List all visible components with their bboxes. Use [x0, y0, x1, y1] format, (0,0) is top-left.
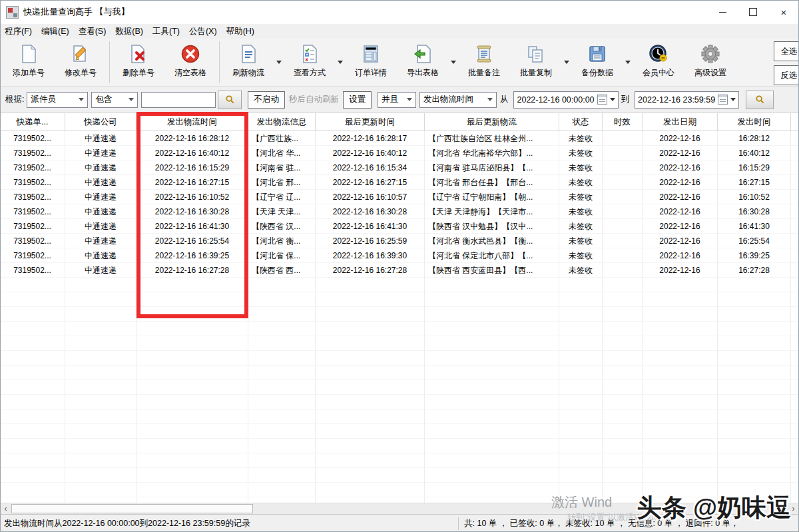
cell-partial — [791, 204, 799, 219]
menu-item-5[interactable]: 公告(X) — [184, 24, 222, 39]
column-header-update_info[interactable]: 最后更新物流 — [425, 113, 559, 131]
cell-tracking — [0, 395, 65, 409]
filter-keyword-input[interactable] — [141, 92, 216, 108]
to-date-input[interactable]: 2022-12-16 23:59:59 — [635, 91, 739, 109]
cell-company — [65, 307, 136, 322]
filter-match-select[interactable]: 包含 — [91, 92, 138, 108]
toolbar-button-add-order[interactable]: 添加单号 — [3, 39, 55, 86]
cell-company: 中通速递 — [65, 160, 136, 175]
table-empty-row — [0, 424, 799, 439]
toolbar-button-order-details[interactable]: 订单详情 — [345, 39, 397, 86]
toolbar-button-refresh-logistics[interactable]: 刷新物流 — [222, 39, 274, 86]
filter-field-select[interactable]: 派件员 — [27, 92, 88, 108]
minimize-button[interactable] — [707, 0, 738, 24]
cell-update_info — [425, 278, 559, 292]
chevron-down-icon[interactable] — [730, 98, 736, 101]
cell-update_time — [316, 424, 425, 439]
menu-item-4[interactable]: 工具(T) — [148, 24, 184, 39]
toolbar-button-view-mode[interactable]: 查看方式 — [284, 39, 336, 86]
toolbar-button-clear-table[interactable]: 清空表格 — [164, 39, 216, 86]
toolbar-button-delete-order[interactable]: 删除单号 — [113, 39, 164, 86]
toolbar-button-advanced-settings[interactable]: 高级设置 — [684, 39, 736, 86]
toolbar-dropdown-view-mode[interactable] — [336, 39, 345, 86]
toolbar-button-edit-order[interactable]: 修改单号 — [55, 39, 107, 86]
horizontal-scrollbar[interactable]: ‹ › — [0, 503, 799, 514]
column-header-update_time[interactable]: 最后更新时间 — [316, 113, 425, 131]
cell-send_time — [136, 366, 248, 380]
column-header-status[interactable]: 状态 — [559, 113, 603, 131]
scroll-right-arrow-icon[interactable]: › — [788, 503, 799, 514]
menu-item-6[interactable]: 帮助(H) — [222, 24, 259, 39]
cell-partial — [791, 483, 799, 497]
menu-item-3[interactable]: 数据(B) — [111, 24, 148, 39]
refresh-settings-button[interactable]: 设置 — [343, 91, 372, 109]
toolbar-button-batch-copy[interactable]: 批量复制 — [510, 39, 562, 86]
column-header-send_date[interactable]: 发出日期 — [643, 113, 718, 131]
menu-item-2[interactable]: 查看(S) — [74, 24, 111, 39]
table-row[interactable]: 7319502...中通速递2022-12-16 16:10:52【辽宁省 辽.… — [0, 190, 799, 204]
toolbar-button-batch-note[interactable]: 批量备注 — [458, 39, 510, 86]
from-date-input[interactable]: 2022-12-16 00:00:00 — [513, 91, 618, 109]
table-row[interactable]: 7319502...中通速递2022-12-16 16:39:25【河北省 保.… — [0, 248, 799, 263]
table-row[interactable]: 7319502...中通速递2022-12-16 16:25:54【河北省 衡.… — [0, 234, 799, 248]
cell-tracking — [0, 409, 65, 424]
cell-send_clock: 16:27:15 — [718, 175, 791, 190]
toolbar-dropdown-export-table[interactable] — [449, 39, 458, 86]
table-row[interactable]: 7319502...中通速递2022-12-16 16:40:12【河北省 华.… — [0, 146, 799, 160]
cell-status: 未签收 — [559, 131, 603, 146]
column-header-aging[interactable]: 时效 — [603, 113, 643, 131]
toolbar-dropdown-backup-data[interactable] — [623, 39, 633, 86]
menu-item-1[interactable]: 编辑(E) — [37, 24, 74, 39]
toolbar-dropdown-refresh-logistics[interactable] — [274, 39, 284, 86]
cell-update_info — [425, 292, 559, 307]
maximize-button[interactable] — [738, 0, 768, 24]
chevron-down-icon[interactable] — [610, 98, 615, 101]
cell-partial — [791, 439, 799, 453]
cell-send_date — [643, 292, 718, 307]
table-row[interactable]: 7319502...中通速递2022-12-16 16:27:15【河北省 邢.… — [0, 175, 799, 190]
cell-company — [65, 409, 136, 424]
select-all-button[interactable]: 全选 — [774, 41, 799, 61]
status-separator — [458, 517, 459, 530]
cell-update_info: 【天津 天津静海】【天津市... — [425, 204, 559, 219]
filter-logic-select[interactable]: 并且 — [378, 92, 416, 108]
invert-select-button[interactable]: 反选 — [774, 65, 799, 85]
cell-status — [559, 366, 603, 380]
cell-update_time: 2022-12-16 16:40:12 — [316, 146, 425, 160]
time-search-button[interactable] — [746, 91, 774, 109]
table-row[interactable]: 7319502...中通速递2022-12-16 16:28:12【广西壮族..… — [0, 131, 799, 146]
filter-search-button[interactable] — [218, 91, 242, 109]
column-header-send_clock[interactable]: 发出时间 — [718, 113, 791, 131]
cell-tracking: 7319502... — [0, 175, 65, 190]
cell-update_time: 2022-12-16 16:15:34 — [316, 160, 425, 175]
cell-aging — [603, 380, 643, 395]
auto-refresh-toggle[interactable]: 不启动 — [248, 91, 285, 109]
toolbar-dropdown-batch-copy[interactable] — [562, 39, 571, 86]
cell-tracking: 7319502... — [0, 160, 65, 175]
toolbar-button-label: 备份数据 — [581, 67, 613, 79]
table-row[interactable]: 7319502...中通速递2022-12-16 16:15:29【河南省 驻.… — [0, 160, 799, 175]
cell-send_date: 2022-12-16 — [643, 160, 718, 175]
toolbar-button-export-table[interactable]: 导出表格 — [397, 39, 449, 86]
toolbar: 添加单号修改单号删除单号清空表格刷新物流查看方式订单详情导出表格批量备注批量复制… — [0, 39, 799, 87]
status-bar: 发出物流时间从2022-12-16 00:00:00到2022-12-16 23… — [0, 514, 799, 532]
cell-update_info: 【陕西省 汉中勉县】【汉中... — [425, 219, 559, 234]
toolbar-button-member-center[interactable]: 会员中心 — [633, 39, 684, 86]
time-field-select[interactable]: 发出物流时间 — [419, 92, 497, 108]
table-row[interactable]: 7319502...中通速递2022-12-16 16:41:30【陕西省 汉.… — [0, 219, 799, 234]
column-header-company[interactable]: 快递公司 — [65, 113, 136, 131]
table-row[interactable]: 7319502...中通速递2022-12-16 16:30:28【天津 天津.… — [0, 204, 799, 219]
cell-status — [559, 351, 603, 366]
column-header-tracking[interactable]: 快递单... — [0, 113, 65, 131]
toolbar-button-backup-data[interactable]: 备份数据 — [571, 39, 623, 86]
table-row[interactable]: 7319502...中通速递2022-12-16 16:27:28【陕西省 西.… — [0, 263, 799, 278]
scroll-left-arrow-icon[interactable]: ‹ — [0, 503, 11, 514]
column-header-send_info[interactable]: 发出物流信息 — [248, 113, 316, 131]
cell-company — [65, 351, 136, 366]
close-button[interactable]: × — [768, 0, 799, 24]
column-header-partial[interactable]: 签 — [791, 113, 799, 131]
hscrollbar-thumb[interactable] — [11, 504, 253, 513]
toolbar-button-label: 修改单号 — [65, 67, 97, 79]
refresh-logistics-icon — [236, 42, 260, 66]
menu-item-0[interactable]: 程序(F) — [0, 24, 37, 39]
